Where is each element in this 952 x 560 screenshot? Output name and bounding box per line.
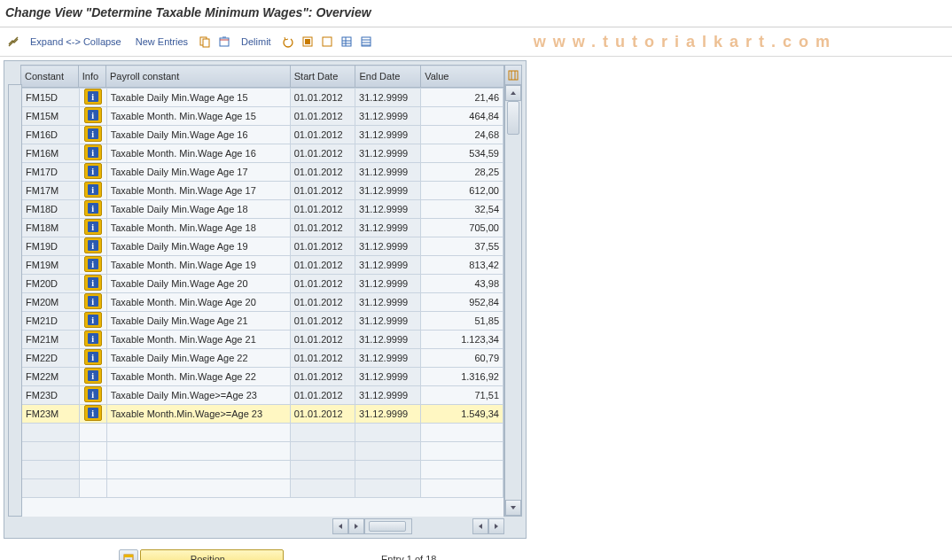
cell-value[interactable]: 60,79 bbox=[420, 349, 503, 368]
cell-end-date[interactable]: 31.12.9999 bbox=[355, 163, 420, 182]
table-row[interactable]: FM15MiTaxable Month. Min.Wage Age 1501.0… bbox=[22, 107, 503, 126]
cell-value[interactable]: 952,84 bbox=[420, 293, 503, 312]
table-row[interactable]: FM22MiTaxable Month. Min.Wage Age 2201.0… bbox=[22, 368, 503, 386]
info-icon[interactable]: i bbox=[84, 200, 102, 216]
cell-info[interactable]: i bbox=[79, 368, 106, 386]
cell-payroll-constant[interactable]: Taxable Month.Min.Wage>=Age 23 bbox=[106, 405, 290, 424]
col-end-date[interactable]: End Date bbox=[355, 66, 421, 88]
row-selector-gutter[interactable] bbox=[8, 84, 22, 517]
cell-payroll-constant[interactable]: Taxable Month. Min.Wage Age 21 bbox=[106, 331, 290, 349]
cell-info[interactable]: i bbox=[79, 405, 106, 424]
scroll-left-icon[interactable] bbox=[332, 518, 348, 534]
table-row[interactable]: FM20DiTaxable Daily Min.Wage Age 2001.01… bbox=[22, 275, 503, 293]
cell-value[interactable]: 21,46 bbox=[420, 89, 503, 107]
cell-constant[interactable]: FM23D bbox=[22, 386, 80, 405]
cell-start-date[interactable]: 01.01.2012 bbox=[290, 312, 355, 331]
deselect-all-icon[interactable] bbox=[319, 34, 335, 50]
cell-start-date[interactable]: 01.01.2012 bbox=[290, 89, 355, 107]
cell-constant[interactable]: FM18M bbox=[22, 219, 80, 237]
cell-end-date[interactable]: 31.12.9999 bbox=[355, 293, 420, 312]
info-icon[interactable]: i bbox=[84, 144, 102, 160]
cell-value[interactable]: 71,51 bbox=[420, 386, 503, 405]
cell-info[interactable]: i bbox=[79, 163, 106, 182]
cell-payroll-constant[interactable]: Taxable Daily Min.Wage Age 15 bbox=[106, 89, 290, 107]
table-row[interactable]: FM21MiTaxable Month. Min.Wage Age 2101.0… bbox=[22, 331, 503, 349]
cell-start-date[interactable]: 01.01.2012 bbox=[290, 219, 355, 237]
horizontal-scrollbar[interactable] bbox=[20, 518, 504, 534]
cell-info[interactable]: i bbox=[79, 200, 106, 219]
table-row[interactable]: FM16DiTaxable Daily Min.Wage Age 1601.01… bbox=[22, 126, 503, 144]
cell-info[interactable]: i bbox=[79, 275, 106, 293]
cell-end-date[interactable]: 31.12.9999 bbox=[355, 182, 420, 200]
col-start-date[interactable]: Start Date bbox=[290, 66, 355, 88]
cell-value[interactable]: 1.316,92 bbox=[420, 368, 503, 386]
info-icon[interactable]: i bbox=[84, 349, 102, 365]
cell-payroll-constant[interactable]: Taxable Daily Min.Wage Age 21 bbox=[106, 312, 290, 331]
cell-value[interactable]: 464,84 bbox=[420, 107, 503, 126]
scroll-down-icon[interactable] bbox=[505, 500, 521, 516]
cell-value[interactable]: 1.123,34 bbox=[420, 331, 503, 349]
cell-start-date[interactable]: 01.01.2012 bbox=[290, 163, 355, 182]
info-icon[interactable]: i bbox=[84, 331, 102, 346]
table-row[interactable]: FM19MiTaxable Month. Min.Wage Age 1901.0… bbox=[22, 256, 503, 275]
cell-constant[interactable]: FM22D bbox=[22, 349, 80, 368]
cell-value[interactable]: 24,68 bbox=[420, 126, 503, 144]
info-icon[interactable]: i bbox=[84, 126, 102, 142]
table-row[interactable]: FM23MiTaxable Month.Min.Wage>=Age 2301.0… bbox=[22, 405, 503, 424]
position-button[interactable]: Position... bbox=[140, 549, 284, 560]
info-icon[interactable]: i bbox=[84, 368, 102, 384]
cell-end-date[interactable]: 31.12.9999 bbox=[355, 200, 420, 219]
cell-payroll-constant[interactable]: Taxable Daily Min.Wage Age 16 bbox=[106, 126, 290, 144]
vertical-scrollbar[interactable] bbox=[504, 84, 522, 517]
cell-constant[interactable]: FM15D bbox=[22, 89, 80, 107]
cell-info[interactable]: i bbox=[79, 312, 106, 331]
cell-end-date[interactable]: 31.12.9999 bbox=[355, 89, 420, 107]
cell-info[interactable]: i bbox=[79, 182, 106, 200]
cell-payroll-constant[interactable]: Taxable Month. Min.Wage Age 15 bbox=[106, 107, 290, 126]
col-payroll-constant[interactable]: Payroll constant bbox=[106, 66, 291, 88]
cell-payroll-constant[interactable]: Taxable Month. Min.Wage Age 19 bbox=[106, 256, 290, 275]
cell-info[interactable]: i bbox=[79, 219, 106, 237]
cell-payroll-constant[interactable]: Taxable Daily Min.Wage Age 19 bbox=[106, 237, 290, 256]
col-value[interactable]: Value bbox=[421, 66, 504, 88]
scroll-left-icon-2[interactable] bbox=[472, 518, 488, 534]
cell-constant[interactable]: FM23M bbox=[22, 405, 80, 424]
cell-end-date[interactable]: 31.12.9999 bbox=[355, 349, 420, 368]
table-row[interactable]: FM17MiTaxable Month. Min.Wage Age 1701.0… bbox=[22, 182, 503, 200]
cell-value[interactable]: 705,00 bbox=[420, 219, 503, 237]
cell-info[interactable]: i bbox=[79, 126, 106, 144]
cell-constant[interactable]: FM20D bbox=[22, 275, 80, 293]
info-icon[interactable]: i bbox=[84, 89, 102, 105]
cell-value[interactable]: 43,98 bbox=[420, 275, 503, 293]
info-icon[interactable]: i bbox=[84, 275, 102, 291]
cell-payroll-constant[interactable]: Taxable Month. Min.Wage Age 17 bbox=[106, 182, 290, 200]
cell-info[interactable]: i bbox=[79, 107, 106, 126]
delete-icon[interactable] bbox=[216, 34, 232, 50]
info-icon[interactable]: i bbox=[84, 293, 102, 309]
cell-value[interactable]: 813,42 bbox=[420, 256, 503, 275]
table-row-empty[interactable] bbox=[22, 424, 503, 442]
cell-start-date[interactable]: 01.01.2012 bbox=[290, 107, 355, 126]
cell-value[interactable]: 32,54 bbox=[420, 200, 503, 219]
cell-constant[interactable]: FM16M bbox=[22, 144, 80, 163]
info-icon[interactable]: i bbox=[84, 237, 102, 253]
cell-payroll-constant[interactable]: Taxable Month. Min.Wage Age 20 bbox=[106, 293, 290, 312]
cell-value[interactable]: 1.549,34 bbox=[420, 405, 503, 424]
cell-constant[interactable]: FM21D bbox=[22, 312, 80, 331]
cell-start-date[interactable]: 01.01.2012 bbox=[290, 237, 355, 256]
cell-info[interactable]: i bbox=[79, 386, 106, 405]
cell-info[interactable]: i bbox=[79, 237, 106, 256]
cell-end-date[interactable]: 31.12.9999 bbox=[355, 219, 420, 237]
cell-start-date[interactable]: 01.01.2012 bbox=[290, 349, 355, 368]
cell-start-date[interactable]: 01.01.2012 bbox=[290, 368, 355, 386]
cell-start-date[interactable]: 01.01.2012 bbox=[290, 200, 355, 219]
cell-value[interactable]: 37,55 bbox=[420, 237, 503, 256]
col-constant[interactable]: Constant bbox=[21, 66, 79, 88]
cell-start-date[interactable]: 01.01.2012 bbox=[290, 386, 355, 405]
select-all-icon[interactable] bbox=[300, 34, 316, 50]
cell-constant[interactable]: FM21M bbox=[22, 331, 80, 349]
cell-constant[interactable]: FM17D bbox=[22, 163, 80, 182]
cell-constant[interactable]: FM18D bbox=[22, 200, 80, 219]
cell-constant[interactable]: FM16D bbox=[22, 126, 80, 144]
info-icon[interactable]: i bbox=[84, 219, 102, 235]
